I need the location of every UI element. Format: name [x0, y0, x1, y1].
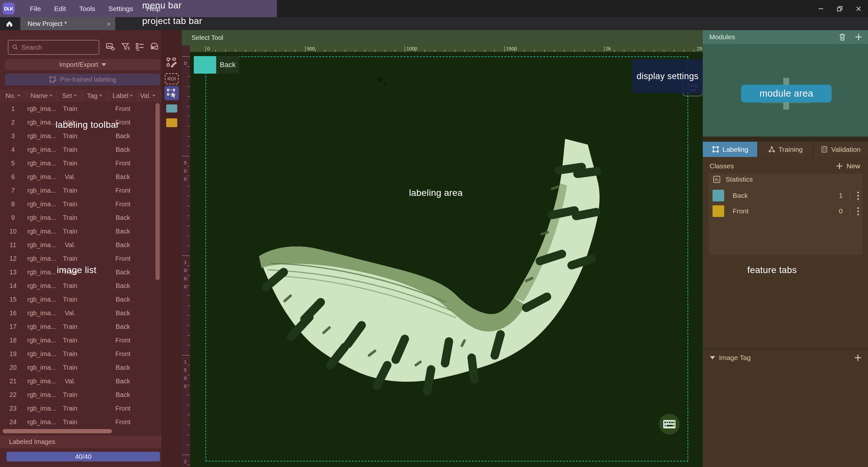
image-row[interactable]: 15rgb_ima...TrainBack [0, 293, 161, 306]
image-row[interactable]: 7rgb_ima...TrainFront [0, 184, 161, 197]
image-row[interactable]: 24rgb_ima...TrainFront [0, 415, 161, 429]
import-export-label: Import/Export [59, 61, 98, 68]
image-row[interactable]: 4rgb_ima...TrainBack [0, 143, 161, 156]
new-class-button[interactable]: New [836, 162, 860, 170]
class-row-front[interactable]: Front 0 [709, 203, 863, 219]
image-row[interactable]: 12rgb_ima...TrainFront [0, 252, 161, 265]
column-name[interactable]: Name [26, 91, 57, 101]
vertical-ruler: 05 0 01 0 0 01 5 0 02 [182, 45, 190, 467]
image-row[interactable]: 18rgb_ima...TrainFront [0, 333, 161, 347]
trash-icon[interactable] [838, 33, 846, 41]
image-tag-section[interactable]: Image Tag [703, 351, 868, 364]
kebab-menu-icon[interactable] [857, 195, 859, 197]
tab-training[interactable]: Training [758, 142, 812, 157]
labeled-progress-bar: 40/40 [6, 452, 160, 462]
validation-tab-icon [820, 145, 828, 153]
import-export-button[interactable]: Import/Export [5, 59, 160, 70]
window-controls [811, 0, 868, 17]
image-list-panel: Search Import/Export [0, 30, 161, 467]
minimize-icon[interactable] [811, 0, 830, 17]
image-row[interactable]: 22rgb_ima...TrainBack [0, 388, 161, 401]
image-row[interactable]: 3rgb_ima...TrainBack [0, 129, 161, 143]
project-tab-title: New Project * [28, 20, 67, 28]
home-button[interactable] [0, 17, 19, 30]
project-tab[interactable]: New Project * × [21, 17, 115, 30]
column-val[interactable]: Val. [138, 91, 157, 101]
annotation-module-area: module area [741, 85, 832, 102]
pretrained-label-icon[interactable] [164, 56, 179, 70]
kebab-menu-icon[interactable] [857, 210, 859, 212]
search-input[interactable]: Search [8, 40, 99, 55]
classes-title: Classes [710, 162, 734, 170]
tab-close-icon[interactable]: × [107, 21, 111, 27]
image-row[interactable]: 5rgb_ima...TrainFront [0, 156, 161, 170]
menu-edit[interactable]: Edit [54, 5, 66, 13]
image-settings-icon[interactable] [105, 42, 115, 52]
select-tool-icon[interactable] [164, 86, 179, 100]
class-color-back [713, 190, 724, 201]
class-swatch-front[interactable] [166, 119, 177, 127]
image-row[interactable]: 10rgb_ima...TrainBack [0, 225, 161, 238]
add-image-tag-icon[interactable] [854, 354, 862, 362]
node-connector-bottom[interactable] [783, 102, 789, 110]
application-window: DLK File Edit Tools Settings Help [0, 0, 868, 467]
pretrained-labeling-button[interactable]: Pre-trained labeling [5, 74, 160, 86]
menu-bar: DLK File Edit Tools Settings Help [0, 0, 868, 17]
image-row[interactable]: 1rgb_ima...TrainFront [0, 102, 161, 115]
class-row-back[interactable]: Back 1 [709, 188, 863, 203]
annotation-project-tab-bar: project tab bar [142, 16, 202, 26]
roi-icon[interactable]: ROI [164, 72, 179, 86]
labeled-images-label: Labeled Images [9, 438, 55, 445]
menu-file[interactable]: File [30, 5, 41, 13]
image-row[interactable]: 14rgb_ima...TrainBack [0, 279, 161, 293]
collapse-caret-icon [710, 356, 715, 359]
menu-settings[interactable]: Settings [108, 5, 133, 13]
class-count: 1 [836, 192, 846, 199]
chevron-down-icon [102, 63, 106, 66]
image-row[interactable]: 6rgb_ima...Val.Back [0, 170, 161, 184]
list-view-icon[interactable] [135, 42, 145, 52]
image-row[interactable]: 17rgb_ima...TrainBack [0, 320, 161, 333]
column-set[interactable]: Set [57, 91, 82, 101]
class-swatch-back[interactable] [166, 104, 177, 112]
annotation-image-list: image list [57, 265, 96, 275]
classes-header: Classes New [703, 160, 868, 172]
image-row[interactable]: 16rgb_ima...Val.Back [0, 306, 161, 320]
restore-icon[interactable] [830, 0, 849, 17]
class-name: Front [733, 207, 748, 215]
tab-labeling[interactable]: Labeling [703, 142, 757, 157]
keyboard-icon [663, 420, 676, 429]
horizontal-scrollbar[interactable] [3, 429, 155, 433]
feature-panel: Labeling Training Validation Classes [703, 137, 868, 467]
tab-validation[interactable]: Validation [813, 142, 868, 157]
annotation-feature-tabs: feature tabs [747, 265, 797, 275]
class-count: 0 [836, 207, 846, 215]
image-row[interactable]: 11rgb_ima...Val.Back [0, 238, 161, 252]
shortcut-keyboard-button[interactable] [659, 414, 680, 435]
column-label[interactable]: Label [107, 91, 138, 101]
image-row[interactable]: 8rgb_ima...TrainFront [0, 197, 161, 211]
filter-icon[interactable] [121, 42, 130, 52]
classes-card: Statistics Back 1 Front 0 [709, 173, 863, 255]
statistics-row[interactable]: Statistics [709, 173, 863, 185]
labeling-area[interactable]: Back [190, 52, 703, 467]
vertical-scrollbar[interactable] [155, 103, 160, 311]
image-row[interactable]: 9rgb_ima...TrainBack [0, 211, 161, 225]
image-row[interactable]: 19rgb_ima...TrainFront [0, 347, 161, 361]
column-tag[interactable]: Tag [82, 91, 107, 101]
pretrained-label: Pre-trained labeling [60, 76, 116, 84]
training-tab-icon [768, 145, 775, 153]
menu-tools[interactable]: Tools [79, 5, 95, 13]
image-row[interactable]: 20rgb_ima...TrainBack [0, 361, 161, 374]
image-row[interactable]: 23rgb_ima...TrainFront [0, 401, 161, 415]
gallery-view-icon[interactable] [149, 42, 159, 52]
image-row[interactable]: 21rgb_ima...Val.Back [0, 374, 161, 388]
selection-bounding-box[interactable] [206, 57, 688, 462]
column-no[interactable]: No. [0, 91, 26, 101]
class-name: Back [733, 192, 748, 199]
modules-title: Modules [709, 33, 735, 41]
search-placeholder: Search [22, 44, 42, 51]
plus-icon[interactable] [855, 33, 863, 41]
close-icon[interactable] [849, 0, 868, 17]
pretrained-icon [49, 76, 57, 84]
